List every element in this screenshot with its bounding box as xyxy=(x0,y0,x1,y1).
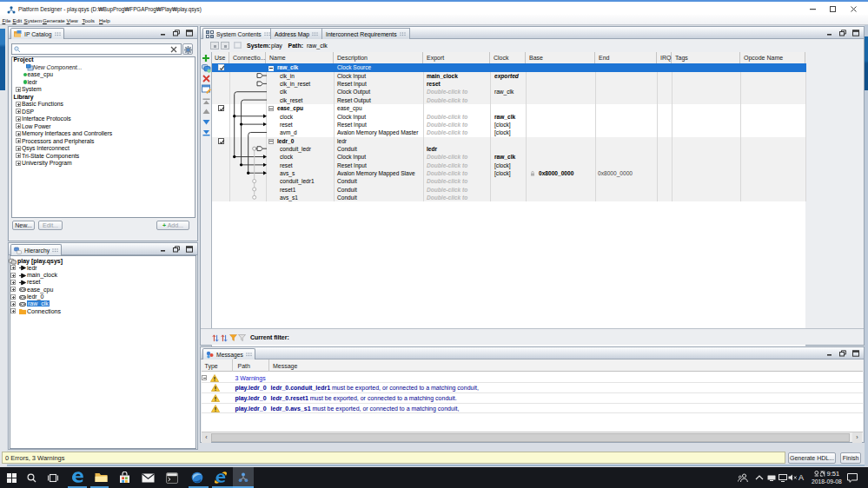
svg-text:9:51: 9:51 xyxy=(827,471,840,477)
